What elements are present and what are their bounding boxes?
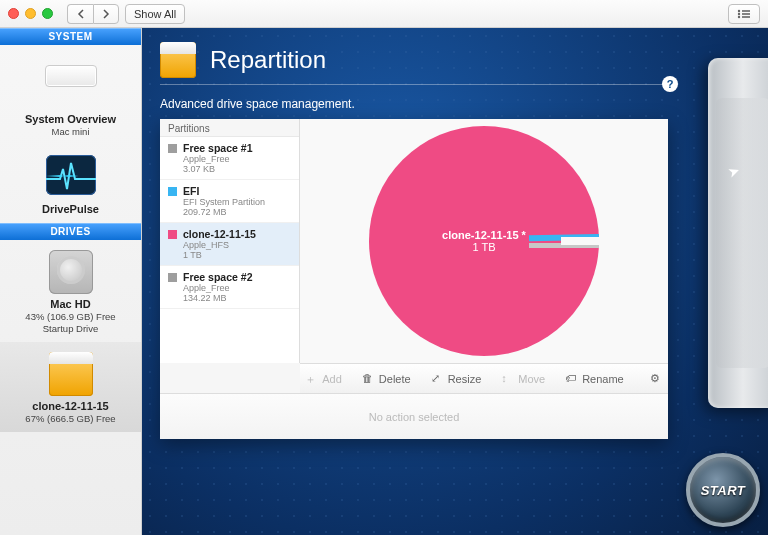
move-icon: ↕ <box>501 372 514 385</box>
partition-text: clone-12-11-15 Apple_HFS 1 TB <box>183 228 256 260</box>
header-divider <box>160 84 668 85</box>
partition-list-header: Partitions <box>160 119 299 137</box>
repartition-header-icon <box>160 42 196 78</box>
sidebar-item-label: clone-12-11-15 <box>4 400 137 412</box>
color-swatch <box>168 144 177 153</box>
rename-partition-button[interactable]: 🏷Rename <box>565 372 624 385</box>
partition-list-item[interactable]: clone-12-11-15 Apple_HFS 1 TB <box>160 223 299 266</box>
sidebar-item-label: Mac HD <box>4 298 137 310</box>
start-button[interactable]: START <box>686 453 760 527</box>
partition-settings-button[interactable]: ⚙ <box>650 372 663 385</box>
main-content: ➤ Repartition ? Advanced drive space man… <box>142 28 768 535</box>
sidebar-section-system: SYSTEM <box>0 28 141 45</box>
svg-point-2 <box>738 12 740 14</box>
close-window-button[interactable] <box>8 8 19 19</box>
add-partition-button[interactable]: ＋Add <box>305 372 342 385</box>
show-all-button[interactable]: Show All <box>125 4 185 24</box>
sidebar-item-label: System Overview <box>4 113 137 125</box>
window-toolbar: Show All <box>0 0 768 28</box>
minimize-window-button[interactable] <box>25 8 36 19</box>
svg-point-0 <box>738 9 740 11</box>
external-hdd-icon <box>49 352 93 396</box>
color-swatch <box>168 230 177 239</box>
nav-history <box>67 4 119 24</box>
chevron-right-icon <box>102 9 110 19</box>
action-queue-footer: No action selected <box>160 393 668 439</box>
page-subtitle: Advanced drive space management. <box>142 93 768 119</box>
sidebar-item-sublabel: Mac mini <box>4 126 137 137</box>
sidebar-item-label: DrivePulse <box>4 203 137 215</box>
sidebar-item-drivepulse[interactable]: DrivePulse <box>0 145 141 223</box>
view-list-button[interactable] <box>728 4 760 24</box>
drive-free-label: 43% (106.9 GB) Free <box>4 311 137 322</box>
partition-list: Partitions Free space #1 Apple_Free 3.07… <box>160 119 300 363</box>
partition-list-item[interactable]: Free space #1 Apple_Free 3.07 KB <box>160 137 299 180</box>
resize-icon: ⤢ <box>431 372 444 385</box>
window-traffic-lights <box>8 8 53 19</box>
partition-text: Free space #1 Apple_Free 3.07 KB <box>183 142 252 174</box>
partition-text: Free space #2 Apple_Free 134.22 MB <box>183 271 252 303</box>
back-button[interactable] <box>67 4 93 24</box>
partition-pie-chart[interactable]: clone-12-11-15 * 1 TB <box>300 119 668 363</box>
move-partition-button[interactable]: ↕Move <box>501 372 545 385</box>
partition-text: EFI EFI System Partition 209.72 MB <box>183 185 265 217</box>
sidebar: SYSTEM System Overview Mac mini DrivePul… <box>0 28 142 535</box>
trash-icon: 🗑 <box>362 372 375 385</box>
page-title: Repartition <box>210 46 326 74</box>
pie-chart: clone-12-11-15 * 1 TB <box>369 126 599 356</box>
gear-icon: ⚙ <box>650 372 663 385</box>
svg-rect-3 <box>742 13 750 15</box>
sidebar-item-drive-mac-hd[interactable]: Mac HD 43% (106.9 GB) Free Startup Drive <box>0 240 141 342</box>
drive-free-label: 67% (666.5 GB) Free <box>4 413 137 424</box>
forward-button[interactable] <box>93 4 119 24</box>
partition-list-item[interactable]: EFI EFI System Partition 209.72 MB <box>160 180 299 223</box>
partition-panel: Partitions Free space #1 Apple_Free 3.07… <box>160 119 668 439</box>
delete-partition-button[interactable]: 🗑Delete <box>362 372 411 385</box>
list-icon <box>737 9 751 19</box>
internal-hdd-icon <box>49 250 93 294</box>
mac-mini-icon <box>45 65 97 87</box>
resize-partition-button[interactable]: ⤢Resize <box>431 372 482 385</box>
pie-center-label: clone-12-11-15 * 1 TB <box>442 229 526 253</box>
sidebar-item-drive-clone[interactable]: clone-12-11-15 67% (666.5 GB) Free <box>0 342 141 432</box>
tag-icon: 🏷 <box>565 372 578 385</box>
sidebar-item-system-overview[interactable]: System Overview Mac mini <box>0 45 141 145</box>
sidebar-section-drives: DRIVES <box>0 223 141 240</box>
zoom-window-button[interactable] <box>42 8 53 19</box>
chevron-left-icon <box>77 9 85 19</box>
color-swatch <box>168 273 177 282</box>
color-swatch <box>168 187 177 196</box>
drive-role-label: Startup Drive <box>4 323 137 334</box>
partition-list-item[interactable]: Free space #2 Apple_Free 134.22 MB <box>160 266 299 309</box>
drivepulse-icon <box>46 155 96 195</box>
svg-rect-5 <box>742 16 750 18</box>
partition-actions-bar: ＋Add 🗑Delete ⤢Resize ↕Move 🏷Rename ⚙ <box>300 363 668 393</box>
pie-gap <box>561 237 601 245</box>
plus-icon: ＋ <box>305 372 318 385</box>
svg-point-4 <box>738 15 740 17</box>
svg-rect-1 <box>742 10 750 12</box>
